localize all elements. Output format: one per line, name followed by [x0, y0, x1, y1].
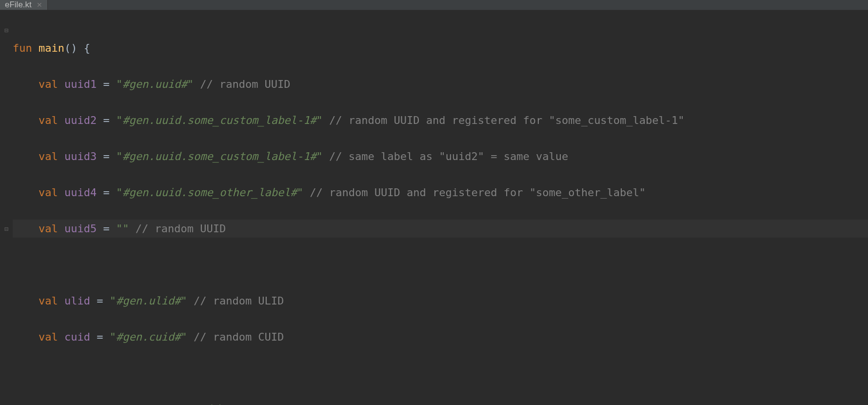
code-line[interactable]: val uuid2 = "#gen.uuid.some_custom_label…	[13, 111, 868, 129]
code-line[interactable]: val uuid1 = "#gen.uuid#" // random UUID	[13, 75, 868, 93]
code-line[interactable]: val uuid3 = "#gen.uuid.some_custom_label…	[13, 147, 868, 165]
code-line[interactable]	[13, 256, 868, 274]
fold-open-icon[interactable]: ⊟	[0, 21, 13, 39]
editor[interactable]: ⊟ ⊟ fun main() { val uuid1 = "#gen.uuid#…	[0, 10, 868, 405]
code-line[interactable]	[13, 364, 868, 382]
gutter: ⊟ ⊟	[0, 10, 13, 405]
code-line[interactable]: val uuid4 = "#gen.uuid.some_other_label#…	[13, 183, 868, 202]
code-area[interactable]: fun main() { val uuid1 = "#gen.uuid#" //…	[13, 10, 868, 405]
close-icon[interactable]: ✕	[37, 1, 42, 8]
tab-filename: eFile.kt	[5, 0, 32, 10]
code-line[interactable]: val ulid = "#gen.ulid#" // random ULID	[13, 292, 868, 310]
tab-bar: eFile.kt ✕	[0, 0, 868, 10]
code-line-current[interactable]: val uuid5 = "" // random UUID	[13, 220, 868, 238]
code-line[interactable]: val anotherUuid = "#gen.uuid#"	[13, 400, 868, 405]
code-line[interactable]: val cuid = "#gen.cuid#" // random CUID	[13, 328, 868, 346]
fold-close-icon[interactable]: ⊟	[0, 220, 13, 238]
tab-file[interactable]: eFile.kt ✕	[0, 0, 48, 10]
code-line[interactable]: fun main() {	[13, 39, 868, 57]
